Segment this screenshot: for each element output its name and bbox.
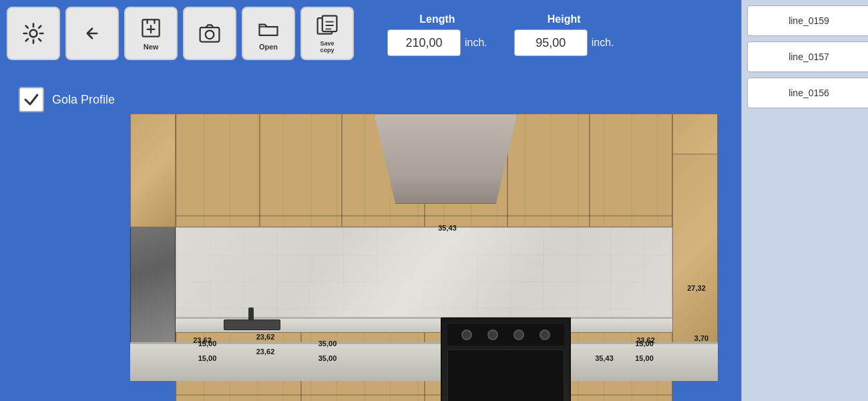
new-label: New <box>144 43 159 51</box>
oven-knob-3 <box>513 329 524 340</box>
screenshot-button[interactable] <box>183 7 236 60</box>
meas-upper-2: 23,62 <box>234 333 297 341</box>
sink <box>224 319 280 330</box>
save-copy-button[interactable]: Savecopy <box>300 7 354 60</box>
meas-hood: 35,43 <box>397 224 497 232</box>
length-unit: inch. <box>465 37 487 49</box>
new-button[interactable]: New <box>124 7 178 60</box>
toolbar: New Open Savecopy <box>7 7 354 60</box>
line-row-0156: ✕ <box>747 78 863 108</box>
meas-bottom-left: 23,62 <box>176 336 229 344</box>
height-unit: inch. <box>592 37 614 49</box>
gola-profile-row: Gola Profile <box>19 87 115 112</box>
height-label: Height <box>548 13 581 25</box>
open-label: Open <box>259 43 278 51</box>
oven <box>441 317 571 401</box>
line-input-0159[interactable] <box>747 5 868 36</box>
svg-rect-2 <box>200 27 220 42</box>
meas-right-upper: 27,32 <box>676 284 716 292</box>
meas-lower-sink: 23,62 <box>234 348 297 356</box>
svg-point-3 <box>206 31 214 39</box>
line-row-0159: ✕ <box>747 5 863 36</box>
gola-label: Gola Profile <box>52 93 115 107</box>
oven-knob-2 <box>487 329 498 340</box>
dimensions-bar: Length inch. Height inch. <box>387 13 614 56</box>
backsplash <box>176 227 672 317</box>
svg-point-0 <box>30 30 37 37</box>
length-group: Length inch. <box>387 13 487 56</box>
kitchen-scene: 15,00 23,62 35,00 35,00 15,00 15,00 23,6… <box>130 114 718 381</box>
open-button[interactable]: Open <box>242 7 295 60</box>
right-panel: ✕ ✕ ✕ <box>741 0 868 401</box>
height-input[interactable] <box>514 29 588 56</box>
meas-lower-1: 15,00 <box>176 354 239 362</box>
oven-knob-1 <box>461 329 472 340</box>
line-input-0157[interactable] <box>747 41 868 72</box>
meas-bottom-right: 23,62 <box>619 336 672 344</box>
back-button[interactable] <box>65 7 119 60</box>
length-input[interactable] <box>387 29 461 56</box>
length-label: Length <box>419 13 455 25</box>
meas-lower-5: 15,00 <box>618 354 671 362</box>
oven-door <box>447 350 564 401</box>
hood <box>374 114 517 204</box>
settings-button[interactable] <box>7 7 60 60</box>
tall-cabinet-right <box>672 154 718 344</box>
gola-checkbox[interactable] <box>19 87 44 112</box>
upper-left-panel <box>130 114 176 227</box>
meas-upper-3: 35,00 <box>292 340 363 348</box>
height-group: Height inch. <box>514 13 614 56</box>
meas-lower-2: 35,00 <box>292 354 363 362</box>
save-copy-label: Savecopy <box>320 40 334 53</box>
line-row-0157: ✕ <box>747 41 863 72</box>
oven-controls <box>447 324 564 346</box>
line-input-0156[interactable] <box>747 78 868 108</box>
oven-knob-4 <box>539 329 550 340</box>
faucet <box>248 307 254 321</box>
meas-right-side: 3,70 <box>686 334 716 342</box>
